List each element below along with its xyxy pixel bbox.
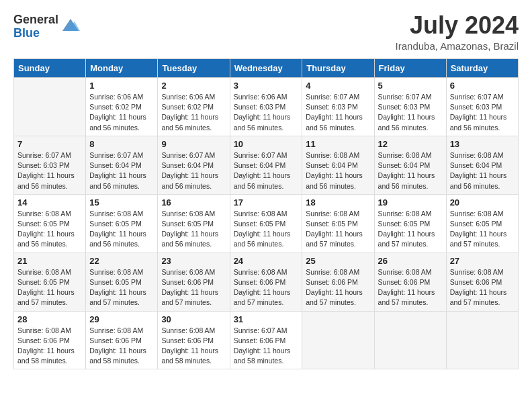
calendar-table: SundayMondayTuesdayWednesdayThursdayFrid…: [13, 58, 519, 369]
day-cell: 3Sunrise: 6:06 AM Sunset: 6:03 PM Daylig…: [230, 78, 302, 136]
day-info: Sunrise: 6:07 AM Sunset: 6:03 PM Dayligh…: [17, 150, 82, 191]
day-info: Sunrise: 6:06 AM Sunset: 6:02 PM Dayligh…: [161, 92, 226, 133]
day-number: 21: [17, 256, 82, 266]
day-info: Sunrise: 6:08 AM Sunset: 6:06 PM Dayligh…: [161, 326, 226, 367]
day-number: 10: [234, 139, 299, 149]
day-number: 23: [161, 256, 226, 266]
day-info: Sunrise: 6:07 AM Sunset: 6:03 PM Dayligh…: [378, 92, 443, 133]
day-info: Sunrise: 6:08 AM Sunset: 6:06 PM Dayligh…: [89, 326, 154, 367]
day-number: 31: [234, 314, 299, 324]
day-info: Sunrise: 6:08 AM Sunset: 6:05 PM Dayligh…: [161, 209, 226, 250]
day-cell: 25Sunrise: 6:08 AM Sunset: 6:06 PM Dayli…: [302, 253, 374, 311]
day-cell: [446, 311, 518, 369]
day-cell: 16Sunrise: 6:08 AM Sunset: 6:05 PM Dayli…: [158, 194, 230, 253]
day-cell: 14Sunrise: 6:08 AM Sunset: 6:05 PM Dayli…: [14, 194, 86, 253]
day-number: 3: [234, 81, 299, 91]
day-cell: 29Sunrise: 6:08 AM Sunset: 6:06 PM Dayli…: [86, 311, 158, 369]
day-cell: 11Sunrise: 6:08 AM Sunset: 6:04 PM Dayli…: [302, 136, 374, 194]
day-number: 7: [17, 139, 82, 149]
day-number: 15: [89, 197, 154, 208]
logo-icon: [61, 16, 80, 35]
day-number: 9: [161, 139, 226, 149]
day-cell: 19Sunrise: 6:08 AM Sunset: 6:05 PM Dayli…: [374, 194, 446, 253]
header-cell-friday: Friday: [374, 59, 446, 78]
day-cell: 7Sunrise: 6:07 AM Sunset: 6:03 PM Daylig…: [14, 136, 86, 194]
day-cell: 26Sunrise: 6:08 AM Sunset: 6:06 PM Dayli…: [374, 253, 446, 311]
day-info: Sunrise: 6:08 AM Sunset: 6:06 PM Dayligh…: [17, 326, 82, 367]
day-cell: 1Sunrise: 6:06 AM Sunset: 6:02 PM Daylig…: [86, 78, 158, 136]
day-cell: 15Sunrise: 6:08 AM Sunset: 6:05 PM Dayli…: [86, 194, 158, 253]
header-cell-saturday: Saturday: [446, 59, 518, 78]
day-info: Sunrise: 6:07 AM Sunset: 6:06 PM Dayligh…: [234, 326, 299, 367]
location-text: Iranduba, Amazonas, Brazil: [396, 40, 519, 52]
day-cell: 2Sunrise: 6:06 AM Sunset: 6:02 PM Daylig…: [158, 78, 230, 136]
day-cell: [374, 311, 446, 369]
day-number: 12: [378, 139, 443, 149]
title-block: July 2024 Iranduba, Amazonas, Brazil: [396, 13, 519, 52]
month-year-title: July 2024: [396, 13, 519, 38]
header-row: SundayMondayTuesdayWednesdayThursdayFrid…: [14, 59, 519, 78]
day-info: Sunrise: 6:08 AM Sunset: 6:06 PM Dayligh…: [306, 267, 370, 308]
day-info: Sunrise: 6:08 AM Sunset: 6:04 PM Dayligh…: [378, 150, 443, 191]
day-number: 22: [89, 256, 154, 266]
header-cell-monday: Monday: [86, 59, 158, 78]
day-cell: 22Sunrise: 6:08 AM Sunset: 6:05 PM Dayli…: [86, 253, 158, 311]
day-number: 13: [450, 139, 515, 149]
day-info: Sunrise: 6:08 AM Sunset: 6:05 PM Dayligh…: [234, 209, 299, 250]
day-number: 24: [234, 256, 299, 266]
week-row-5: 28Sunrise: 6:08 AM Sunset: 6:06 PM Dayli…: [14, 311, 519, 369]
day-info: Sunrise: 6:08 AM Sunset: 6:05 PM Dayligh…: [450, 209, 515, 250]
day-cell: 23Sunrise: 6:08 AM Sunset: 6:06 PM Dayli…: [158, 253, 230, 311]
day-cell: 31Sunrise: 6:07 AM Sunset: 6:06 PM Dayli…: [230, 311, 302, 369]
day-number: 17: [234, 197, 299, 208]
day-number: 11: [306, 139, 370, 149]
day-number: 2: [161, 81, 226, 91]
day-number: 14: [17, 197, 82, 208]
day-cell: 28Sunrise: 6:08 AM Sunset: 6:06 PM Dayli…: [14, 311, 86, 369]
day-info: Sunrise: 6:08 AM Sunset: 6:05 PM Dayligh…: [17, 267, 82, 308]
day-cell: 27Sunrise: 6:08 AM Sunset: 6:06 PM Dayli…: [446, 253, 518, 311]
day-info: Sunrise: 6:08 AM Sunset: 6:06 PM Dayligh…: [161, 267, 226, 308]
day-info: Sunrise: 6:08 AM Sunset: 6:04 PM Dayligh…: [450, 150, 515, 191]
day-cell: 21Sunrise: 6:08 AM Sunset: 6:05 PM Dayli…: [14, 253, 86, 311]
logo: General Blue: [13, 13, 80, 40]
day-info: Sunrise: 6:08 AM Sunset: 6:06 PM Dayligh…: [234, 267, 299, 308]
day-cell: 13Sunrise: 6:08 AM Sunset: 6:04 PM Dayli…: [446, 136, 518, 194]
day-cell: 12Sunrise: 6:08 AM Sunset: 6:04 PM Dayli…: [374, 136, 446, 194]
day-cell: 9Sunrise: 6:07 AM Sunset: 6:04 PM Daylig…: [158, 136, 230, 194]
day-number: 26: [378, 256, 443, 266]
day-info: Sunrise: 6:07 AM Sunset: 6:03 PM Dayligh…: [306, 92, 370, 133]
day-number: 16: [161, 197, 226, 208]
day-number: 6: [450, 81, 515, 91]
day-info: Sunrise: 6:08 AM Sunset: 6:05 PM Dayligh…: [378, 209, 443, 250]
day-info: Sunrise: 6:08 AM Sunset: 6:05 PM Dayligh…: [89, 209, 154, 250]
day-cell: 8Sunrise: 6:07 AM Sunset: 6:04 PM Daylig…: [86, 136, 158, 194]
day-cell: 4Sunrise: 6:07 AM Sunset: 6:03 PM Daylig…: [302, 78, 374, 136]
day-info: Sunrise: 6:07 AM Sunset: 6:03 PM Dayligh…: [450, 92, 515, 133]
day-info: Sunrise: 6:08 AM Sunset: 6:06 PM Dayligh…: [378, 267, 443, 308]
day-cell: 24Sunrise: 6:08 AM Sunset: 6:06 PM Dayli…: [230, 253, 302, 311]
day-number: 28: [17, 314, 82, 324]
header-cell-wednesday: Wednesday: [230, 59, 302, 78]
day-info: Sunrise: 6:08 AM Sunset: 6:04 PM Dayligh…: [306, 150, 370, 191]
week-row-2: 7Sunrise: 6:07 AM Sunset: 6:03 PM Daylig…: [14, 136, 519, 194]
day-cell: 5Sunrise: 6:07 AM Sunset: 6:03 PM Daylig…: [374, 78, 446, 136]
day-cell: 20Sunrise: 6:08 AM Sunset: 6:05 PM Dayli…: [446, 194, 518, 253]
day-number: 18: [306, 197, 370, 208]
day-info: Sunrise: 6:06 AM Sunset: 6:03 PM Dayligh…: [234, 92, 299, 133]
day-number: 30: [161, 314, 226, 324]
day-number: 25: [306, 256, 370, 266]
day-cell: 6Sunrise: 6:07 AM Sunset: 6:03 PM Daylig…: [446, 78, 518, 136]
day-cell: 30Sunrise: 6:08 AM Sunset: 6:06 PM Dayli…: [158, 311, 230, 369]
day-number: 19: [378, 197, 443, 208]
header-cell-tuesday: Tuesday: [158, 59, 230, 78]
day-number: 1: [89, 81, 154, 91]
day-info: Sunrise: 6:08 AM Sunset: 6:05 PM Dayligh…: [17, 209, 82, 250]
day-info: Sunrise: 6:07 AM Sunset: 6:04 PM Dayligh…: [161, 150, 226, 191]
header-cell-sunday: Sunday: [14, 59, 86, 78]
day-cell: 10Sunrise: 6:07 AM Sunset: 6:04 PM Dayli…: [230, 136, 302, 194]
day-cell: 17Sunrise: 6:08 AM Sunset: 6:05 PM Dayli…: [230, 194, 302, 253]
day-info: Sunrise: 6:06 AM Sunset: 6:02 PM Dayligh…: [89, 92, 154, 133]
day-number: 20: [450, 197, 515, 208]
header-cell-thursday: Thursday: [302, 59, 374, 78]
